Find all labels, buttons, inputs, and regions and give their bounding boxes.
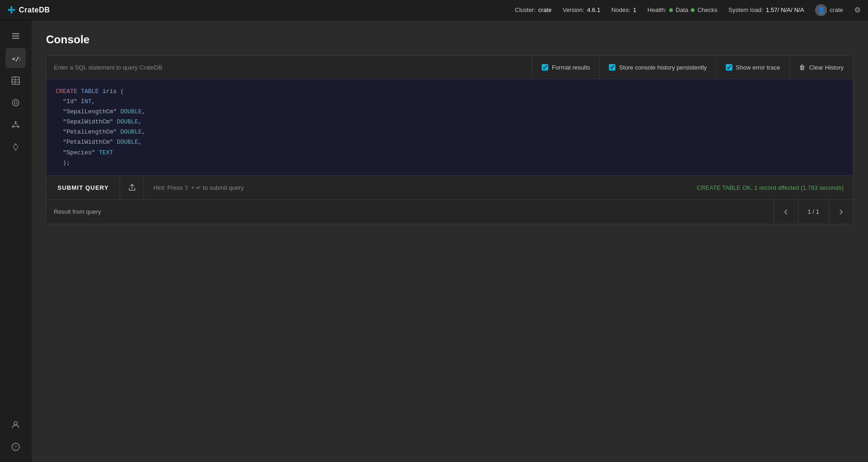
- overview-icon: [11, 31, 20, 41]
- help-icon: ?: [11, 441, 20, 451]
- cluster-label: Cluster:: [515, 6, 536, 13]
- username: crate: [830, 6, 843, 13]
- show-error-trace-checkbox[interactable]: [726, 64, 732, 70]
- hint-text: Hint: Press ⇧ + ↵ to submit query: [144, 184, 688, 191]
- sidebar-item-nodes[interactable]: [6, 114, 26, 135]
- svg-rect-2: [12, 38, 19, 39]
- svg-rect-4: [12, 77, 19, 84]
- health-label: Health:: [648, 6, 666, 13]
- monitoring-icon: [11, 97, 20, 107]
- chevron-left-icon: [782, 208, 790, 216]
- health-data-dot: [669, 8, 673, 12]
- code-line-2: "Id" INT,: [56, 97, 844, 107]
- result-nav: 1 / 1: [774, 200, 853, 224]
- sidebar: </>: [0, 20, 31, 462]
- result-prev-button[interactable]: [774, 200, 798, 224]
- health-data-label: Data: [676, 6, 688, 13]
- system-load-label: System load:: [729, 6, 763, 13]
- clear-history-button[interactable]: 🗑 Clear History: [790, 56, 853, 79]
- svg-line-13: [13, 123, 16, 126]
- format-results-checkbox[interactable]: [542, 64, 548, 70]
- svg-point-9: [14, 101, 17, 104]
- svg-line-14: [16, 123, 18, 126]
- user-menu[interactable]: 👤 crate: [815, 4, 843, 16]
- sidebar-item-shards[interactable]: [6, 136, 26, 157]
- code-line-4: "SepalWidthCm" DOUBLE,: [56, 117, 844, 127]
- shards-icon: [11, 141, 20, 151]
- svg-point-10: [15, 121, 17, 123]
- trash-icon: 🗑: [799, 64, 805, 71]
- svg-rect-0: [12, 33, 19, 34]
- nodes-icon: [11, 119, 20, 129]
- share-icon: [128, 183, 136, 192]
- show-error-trace-label: Show error trace: [736, 64, 780, 71]
- show-error-trace-option[interactable]: Show error trace: [717, 56, 790, 79]
- result-label: Result from query: [46, 208, 774, 215]
- svg-text:</>: </>: [12, 55, 20, 62]
- sidebar-item-users[interactable]: [6, 414, 26, 434]
- code-line-5: "PetalLengthCm" DOUBLE,: [56, 127, 844, 137]
- tables-icon: [11, 75, 20, 85]
- main-layout: </>: [0, 20, 868, 462]
- topnav-info: Cluster: crate Version: 4.6.1 Nodes: 1 H…: [515, 4, 861, 16]
- sql-placeholder: Enter a SQL statement to query CrateDB: [46, 56, 532, 79]
- version-value: 4.6.1: [587, 6, 600, 13]
- sidebar-item-tables[interactable]: [6, 70, 26, 90]
- system-load-info: System load: 1.57/ N/A/ N/A: [729, 6, 804, 13]
- format-results-label: Format results: [552, 64, 590, 71]
- svg-rect-1: [12, 35, 19, 36]
- app-name: CrateDB: [19, 6, 50, 14]
- code-line-7: "Species" TEXT: [56, 148, 844, 158]
- sidebar-item-help[interactable]: ?: [6, 436, 26, 456]
- logo-icon: ✛: [7, 5, 15, 16]
- code-line-3: "SepalLengthCm" DOUBLE,: [56, 107, 844, 117]
- page-title: Console: [46, 33, 853, 46]
- system-load-value: 1.57/ N/A/ N/A: [766, 6, 804, 13]
- query-result-message: CREATE TABLE OK, 1 record affected (1.78…: [688, 184, 853, 191]
- store-history-option[interactable]: Store console history persistently: [600, 56, 717, 79]
- health-checks-label: Checks: [697, 6, 717, 13]
- svg-text:?: ?: [14, 444, 17, 450]
- version-info: Version: 4.6.1: [562, 6, 600, 13]
- submit-query-button[interactable]: SUBMIT QUERY: [46, 176, 120, 199]
- console-toolbar: Enter a SQL statement to query CrateDB F…: [46, 56, 853, 79]
- code-editor[interactable]: CREATE TABLE iris ( "Id" INT, "SepalLeng…: [46, 79, 853, 176]
- code-line-1: CREATE TABLE iris (: [56, 87, 844, 97]
- share-button[interactable]: [120, 176, 144, 199]
- svg-point-8: [12, 99, 19, 106]
- store-history-label: Store console history persistently: [619, 64, 707, 71]
- nodes-value: 1: [633, 6, 637, 13]
- chevron-right-icon: [837, 208, 845, 216]
- logo-area: ✛ CrateDB: [7, 5, 50, 16]
- store-history-checkbox[interactable]: [609, 64, 615, 70]
- console-icon: </>: [11, 53, 20, 63]
- users-icon: [11, 419, 20, 429]
- sidebar-item-monitoring[interactable]: [6, 92, 26, 112]
- submit-bar: SUBMIT QUERY Hint: Press ⇧ + ↵ to submit…: [46, 176, 853, 200]
- sidebar-item-console[interactable]: </>: [6, 48, 26, 68]
- clear-history-label: Clear History: [809, 64, 844, 71]
- settings-icon[interactable]: ⚙: [854, 6, 861, 14]
- result-next-button[interactable]: [829, 200, 853, 224]
- nodes-label: Nodes:: [611, 6, 630, 13]
- cluster-info: Cluster: crate: [515, 6, 552, 13]
- health-checks-dot: [691, 8, 694, 12]
- content-area: Console Enter a SQL statement to query C…: [31, 20, 868, 462]
- top-navigation: ✛ CrateDB Cluster: crate Version: 4.6.1 …: [0, 0, 868, 20]
- result-page-indicator: 1 / 1: [798, 200, 829, 224]
- code-line-6: "PetalWidthCm" DOUBLE,: [56, 137, 844, 147]
- console-panel: Enter a SQL statement to query CrateDB F…: [46, 55, 853, 224]
- health-info: Health: Data Checks: [648, 6, 718, 13]
- user-avatar: 👤: [815, 4, 827, 16]
- nodes-info: Nodes: 1: [611, 6, 636, 13]
- format-results-option[interactable]: Format results: [532, 56, 600, 79]
- sidebar-item-overview[interactable]: [6, 26, 26, 46]
- cluster-name: crate: [538, 6, 552, 13]
- code-line-8: );: [56, 158, 844, 168]
- svg-point-18: [14, 421, 17, 425]
- version-label: Version:: [562, 6, 584, 13]
- result-panel: Result from query 1 / 1: [46, 200, 853, 224]
